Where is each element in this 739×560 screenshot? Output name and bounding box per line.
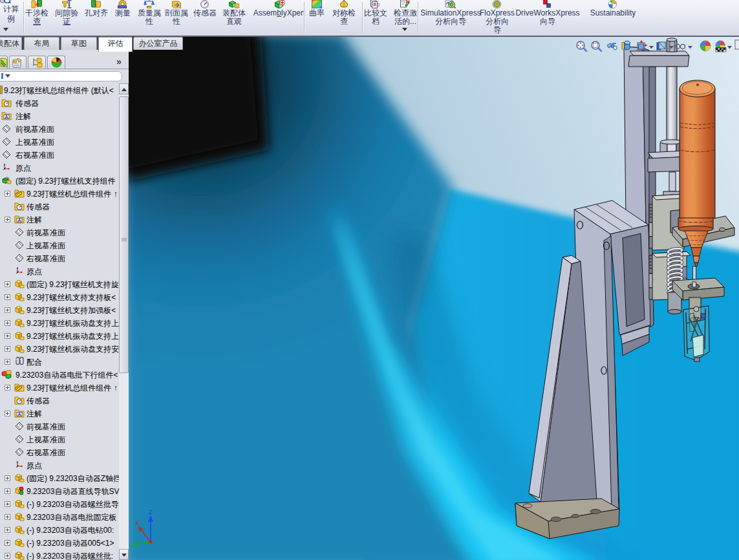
svg-text:A: A xyxy=(17,412,21,416)
svg-text:X: X xyxy=(135,520,139,526)
svg-text:Y: Y xyxy=(130,544,134,550)
svg-text:A: A xyxy=(5,114,8,119)
svg-text:Z: Z xyxy=(149,509,153,515)
svg-text:A: A xyxy=(17,218,21,222)
